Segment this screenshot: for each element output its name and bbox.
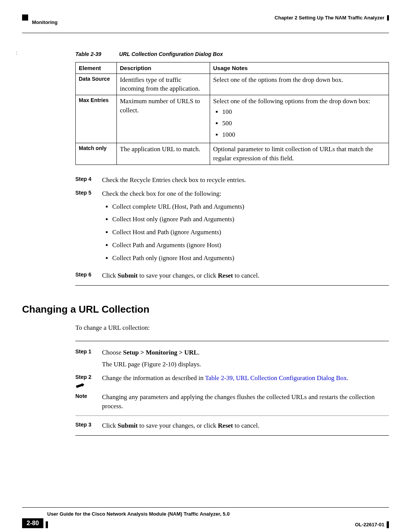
step-row: Step 5 Check the check box for one of th… <box>75 189 389 267</box>
cell-desc: Identifies type of traffic incoming from… <box>117 73 210 95</box>
header-square-icon <box>22 14 28 21</box>
table-caption: Table 2-39URL Collection Configuration D… <box>75 51 389 58</box>
list-item: 100 <box>222 107 386 117</box>
table-row: Max Entries Maximum number of URLS to co… <box>76 95 389 143</box>
step-label: Step 3 <box>75 421 102 430</box>
step-label: Step 1 <box>75 348 102 369</box>
table-row: Data Source Identifies type of traffic i… <box>76 73 389 95</box>
list-item: Collect Path and Arguments (ignore Host) <box>112 241 389 250</box>
intro-text: To change a URL collection: <box>75 323 389 332</box>
step-row: Step 3 Click Submit to save your changes… <box>75 421 389 430</box>
doc-number: OL-22617-01 <box>355 521 384 528</box>
cell-element: Data Source <box>76 73 117 95</box>
footer-block-icon <box>46 521 48 528</box>
step-row: Step 6 Click Submit to save your changes… <box>75 271 389 280</box>
steps-block-b: Step 1 Choose Setup > Monitoring > URL. … <box>75 348 389 430</box>
list-item: Collect Host only (ignore Path and Argum… <box>112 215 389 224</box>
header-rule <box>22 33 389 33</box>
th-element: Element <box>76 62 117 73</box>
list-item: Collect Path only (ignore Host and Argum… <box>112 254 389 263</box>
step-body: Click Submit to save your changes, or cl… <box>102 421 389 430</box>
step-row: Step 2 Change the information as describ… <box>75 374 389 383</box>
list-item: 500 <box>222 119 386 128</box>
footer-book-title: User Guide for the Cisco Network Analysi… <box>47 511 229 517</box>
footer-right-bar <box>387 521 389 528</box>
footer: User Guide for the Cisco Network Analysi… <box>22 507 389 528</box>
th-usage: Usage Notes <box>210 62 389 73</box>
end-rule <box>75 285 389 286</box>
cell-desc: Maximum number of URLS to collect. <box>117 95 210 143</box>
step-label: Step 4 <box>75 176 102 185</box>
crossref-link[interactable]: Table 2-39, URL Collection Configuration… <box>205 374 347 382</box>
step-body: Check the check box for one of the follo… <box>102 189 389 267</box>
stray-colon: : <box>16 50 17 56</box>
header-section: Monitoring <box>32 19 57 26</box>
note-body: Changing any parameters and applying the… <box>102 393 389 411</box>
cell-usage: Select one of the options from the drop … <box>210 73 389 95</box>
steps-top-rule <box>75 341 389 341</box>
table-title: URL Collection Configuration Dialog Box <box>119 51 223 57</box>
cell-usage: Select one of the following options from… <box>210 95 389 143</box>
note-label: Note <box>75 393 102 400</box>
step-label: Step 6 <box>75 271 102 280</box>
list-item: 1000 <box>222 130 386 139</box>
step-body: Choose Setup > Monitoring > URL. The URL… <box>102 348 389 369</box>
step-body: Change the information as described in T… <box>102 374 389 383</box>
config-table: Element Description Usage Notes Data Sou… <box>75 62 389 165</box>
steps-block-a: Step 4 Check the Recycle Entries check b… <box>75 176 389 280</box>
step-row: Step 4 Check the Recycle Entries check b… <box>75 176 389 185</box>
step-label: Step 5 <box>75 189 102 267</box>
step-row: Step 1 Choose Setup > Monitoring > URL. … <box>75 348 389 369</box>
header-right-bar <box>387 15 389 21</box>
cell-usage: Optional parameter to limit collection o… <box>210 143 389 165</box>
usage-intro: Select one of the following options from… <box>213 97 370 105</box>
table-row: Match only The application URL to match.… <box>76 143 389 165</box>
steps-bottom-rule <box>75 435 389 436</box>
step-body: Check the Recycle Entries check box to r… <box>102 176 389 185</box>
cell-element: Match only <box>76 143 117 165</box>
step-body: Click Submit to save your changes, or cl… <box>102 271 389 280</box>
note-row: Note Changing any parameters and applyin… <box>75 387 389 411</box>
th-description: Description <box>117 62 210 73</box>
step-text: Check the check box for one of the follo… <box>102 190 221 197</box>
running-header: Chapter 2 Setting Up The NAM Traffic Ana… <box>22 14 389 26</box>
footer-rule <box>22 507 389 508</box>
section-heading: Changing a URL Collection <box>22 302 389 316</box>
cell-desc: The application URL to match. <box>117 143 210 165</box>
table-number: Table 2-39 <box>75 51 119 58</box>
list-item: Collect Host and Path (ignore Arguments) <box>112 228 389 237</box>
note-rule <box>75 415 389 416</box>
page-number: 2-80 <box>22 518 43 528</box>
main-content: : Table 2-39URL Collection Configuration… <box>22 51 389 436</box>
list-item: Collect complete URL (Host, Path and Arg… <box>112 202 389 211</box>
cell-element: Max Entries <box>76 95 117 143</box>
header-chapter: Chapter 2 Setting Up The NAM Traffic Ana… <box>275 14 384 21</box>
